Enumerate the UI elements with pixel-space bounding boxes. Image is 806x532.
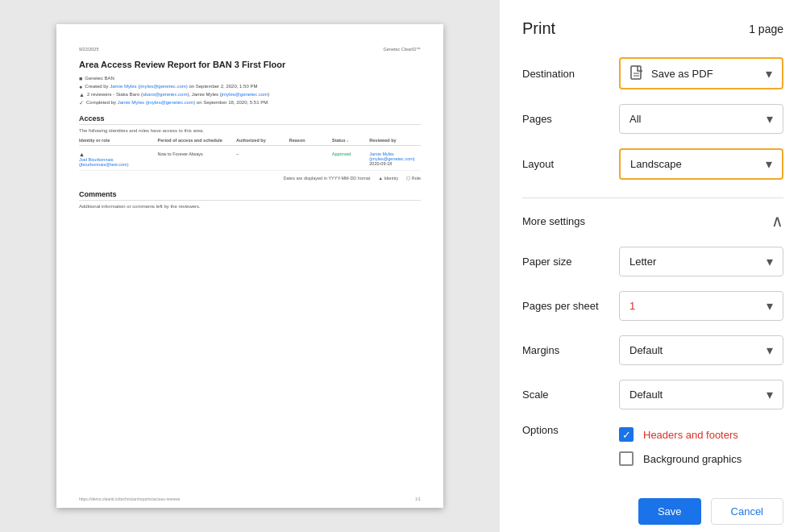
destination-select[interactable]: Save as PDF ▾ [619,57,783,89]
cell-reviewed-by: Jamie Myles (jmyles@genetec.com)2020-09-… [369,152,421,166]
meta-completed: ✓ Completed by Jamie Myles (jmyles@genet… [79,100,421,106]
paper-size-value: Letter [629,256,656,268]
date-stamp: 9/22/2025 [79,47,98,52]
footer-url: https://demo.clearid.io/technician/repor… [79,497,180,501]
comments-desc: Additional information or comments left … [79,204,421,209]
page-footer: https://demo.clearid.io/technician/repor… [79,497,421,501]
comments-section: Comments Additional information or comme… [79,190,421,209]
destination-value: Save as PDF [651,68,713,80]
options-row: Options ✓ Headers and footers Background… [522,424,783,476]
svg-rect-0 [631,66,641,79]
scale-chevron: ▾ [767,387,773,402]
table-row: ▲ Joel Bourbonnais (jbourbonnais@test.co… [79,148,421,171]
pages-select[interactable]: All ▾ [619,104,783,134]
footer-page: 1/1 [415,497,421,501]
print-title: Print [522,19,555,38]
scale-label: Scale [522,389,619,401]
destination-control[interactable]: Save as PDF ▾ [619,57,783,89]
option-background-graphics: Background graphics [619,451,783,466]
margins-label: Margins [522,344,619,356]
divider [522,197,783,198]
print-header: Print 1 page [522,19,783,38]
col-status: Status ↓ [332,138,368,143]
legend-identity: ▲ Identity [378,176,398,181]
expand-icon: ∧ [771,211,783,231]
pages-per-sheet-select[interactable]: 1 ▾ [619,291,783,321]
meta-created: ● Created by Jamie Myles (jmyles@genetec… [79,84,421,89]
margins-chevron: ▾ [767,343,773,358]
destination-row: Destination Save as PDF ▾ [522,57,783,89]
headers-footers-label: Headers and footers [643,429,738,441]
col-authorized: Authorized by [236,138,288,143]
paper-size-label: Paper size [522,256,619,268]
layout-control[interactable]: Landscape ▾ [619,148,783,180]
headers-footers-checkbox[interactable]: ✓ [619,427,634,442]
layout-row: Layout Landscape ▾ [522,148,783,180]
cell-period: Now to Forever Always [158,152,235,156]
scale-row: Scale Default ▾ [522,380,783,409]
margins-row: Margins Default ▾ [522,335,783,365]
col-identity: Identity or role [79,138,156,143]
document-preview: 9/22/2025 Genetec ClearID™ Area Access R… [56,24,443,508]
scale-control[interactable]: Default ▾ [619,380,783,409]
paper-size-chevron: ▾ [767,254,773,269]
scale-value: Default [629,389,663,401]
pages-label: Pages [522,113,619,125]
paper-size-select[interactable]: Letter ▾ [619,247,783,276]
app-name: Genetec ClearID™ [384,47,421,52]
more-settings-toggle[interactable]: More settings ∧ [522,211,783,231]
page-count: 1 page [749,23,783,35]
page-top-bar: 9/22/2025 Genetec ClearID™ [79,47,421,52]
layout-label: Layout [522,158,619,170]
layout-value: Landscape [630,158,682,170]
background-graphics-checkbox[interactable] [619,451,634,466]
options-label: Options [522,424,619,436]
col-reviewed: Reviewed by [369,138,421,143]
layout-select[interactable]: Landscape ▾ [619,148,783,180]
meta-company: ■ Genetec BAN [79,76,421,81]
checkmark-icon: ✓ [622,430,631,440]
pages-control[interactable]: All ▾ [619,104,783,134]
document-title: Area Access Review Report for BAN 3 Firs… [79,60,421,69]
cell-status: Approved [332,152,368,156]
options-control: ✓ Headers and footers Background graphic… [619,427,783,476]
print-panel: Print 1 page Destination Save as PDF ▾ [500,0,806,532]
margins-control[interactable]: Default ▾ [619,335,783,365]
col-reason: Reason [289,138,330,143]
pdf-icon [630,65,645,81]
access-section-title: Access [79,114,421,125]
comments-title: Comments [79,190,421,201]
save-button[interactable]: Save [638,498,701,525]
background-graphics-label: Background graphics [643,453,742,465]
pages-per-sheet-label: Pages per sheet [522,300,619,312]
col-period: Period of access and schedule [158,138,235,143]
access-section-desc: The following identities and roles have … [79,128,421,133]
action-buttons: Save Cancel [522,498,783,525]
more-settings-label: More settings [522,215,585,227]
pages-per-sheet-row: Pages per sheet 1 ▾ [522,291,783,321]
table-header: Identity or role Period of access and sc… [79,138,421,146]
paper-size-row: Paper size Letter ▾ [522,247,783,276]
cancel-button[interactable]: Cancel [711,498,783,525]
scale-select[interactable]: Default ▾ [619,380,783,409]
pages-row: Pages All ▾ [522,104,783,134]
pages-per-sheet-value: 1 [629,300,635,312]
legend-role: ⬡ Role [406,176,421,181]
reviewers-icon: ▲ [79,92,85,98]
cell-authorized: – [236,152,288,156]
check-icon: ✓ [79,100,84,106]
preview-area: 9/22/2025 Genetec ClearID™ Area Access R… [0,0,500,532]
pages-chevron: ▾ [767,111,773,127]
legend-note: Dates are displayed in YYYY-MM-DD format [284,176,371,181]
legend: Dates are displayed in YYYY-MM-DD format… [79,176,421,181]
paper-size-control[interactable]: Letter ▾ [619,247,783,276]
meta-reviewers: ▲ 2 reviewers - Siaka Baro (sbaro@genete… [79,92,421,98]
layout-chevron: ▾ [766,156,772,172]
option-headers-footers: ✓ Headers and footers [619,427,783,442]
pages-per-sheet-control[interactable]: 1 ▾ [619,291,783,321]
margins-select[interactable]: Default ▾ [619,335,783,365]
pages-per-sheet-chevron: ▾ [767,298,773,314]
company-icon: ■ [79,76,82,81]
pages-value: All [629,113,641,125]
margins-value: Default [629,344,663,356]
